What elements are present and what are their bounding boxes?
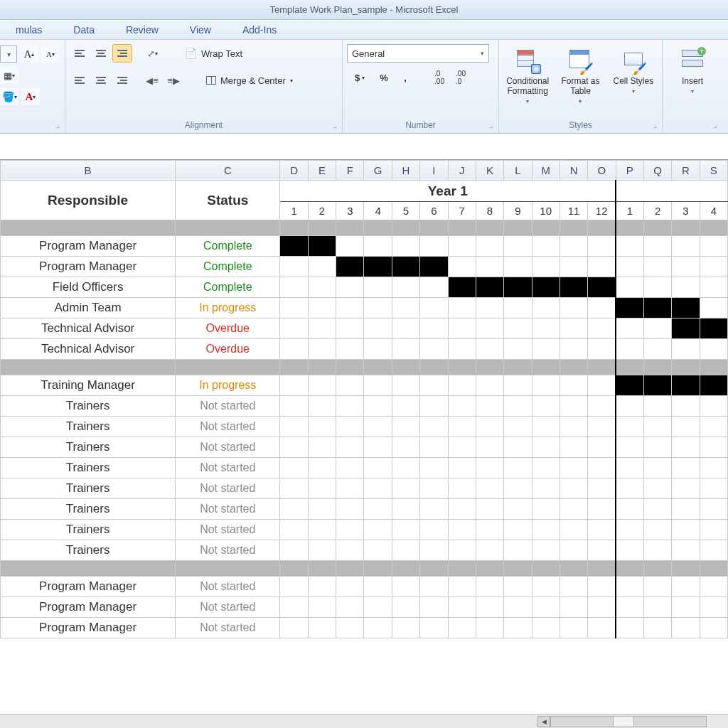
gantt-cell[interactable]: [700, 437, 727, 458]
column-header-g[interactable]: G: [364, 161, 392, 181]
gantt-cell[interactable]: [308, 478, 336, 499]
gantt-cell[interactable]: [364, 318, 392, 339]
column-header-p[interactable]: P: [616, 161, 643, 181]
responsible-cell[interactable]: Admin Team: [1, 298, 176, 318]
gantt-cell[interactable]: [588, 520, 616, 540]
gantt-cell[interactable]: [504, 577, 532, 597]
gantt-cell[interactable]: [504, 257, 532, 277]
align-top-button[interactable]: [70, 44, 90, 63]
gantt-cell[interactable]: [504, 437, 532, 458]
gantt-cell[interactable]: [476, 236, 503, 257]
gantt-cell[interactable]: [336, 540, 364, 561]
table-row[interactable]: TrainersNot started: [1, 396, 728, 417]
column-header-row[interactable]: B C D E F G H I J K L M N O P Q R S: [1, 161, 728, 181]
gantt-cell[interactable]: [504, 597, 532, 618]
gantt-cell[interactable]: [392, 298, 419, 318]
gantt-cell[interactable]: [420, 339, 448, 360]
gantt-cell[interactable]: [420, 577, 448, 597]
gantt-cell[interactable]: [476, 478, 503, 499]
table-row[interactable]: TrainersNot started: [1, 437, 728, 458]
ribbon-tab-data[interactable]: Data: [58, 20, 110, 40]
table-row[interactable]: Field OfficersComplete: [1, 277, 728, 298]
table-row[interactable]: Program ManagerNot started: [1, 577, 728, 597]
gantt-cell[interactable]: [308, 618, 336, 638]
gantt-cell[interactable]: [643, 236, 671, 257]
gantt-cell[interactable]: [364, 577, 392, 597]
gantt-cell[interactable]: [420, 298, 448, 318]
status-cell[interactable]: Not started: [176, 478, 280, 499]
table-row[interactable]: Program ManagerComplete: [1, 257, 728, 277]
align-bottom-button[interactable]: [112, 44, 132, 63]
gantt-cell[interactable]: [308, 540, 336, 561]
gantt-cell[interactable]: [280, 577, 308, 597]
month-cell[interactable]: 4: [700, 202, 727, 220]
align-right-button[interactable]: [112, 71, 132, 90]
gantt-cell[interactable]: [308, 396, 336, 417]
month-cell[interactable]: 2: [643, 202, 671, 220]
gantt-cell[interactable]: [588, 540, 616, 561]
gantt-cell[interactable]: [280, 257, 308, 277]
gantt-cell[interactable]: [504, 417, 532, 437]
gantt-cell[interactable]: [336, 236, 364, 257]
gantt-cell[interactable]: [672, 618, 700, 638]
gantt-cell[interactable]: [336, 417, 364, 437]
month-cell[interactable]: 9: [504, 202, 532, 220]
gantt-cell[interactable]: [532, 396, 560, 417]
month-cell[interactable]: 6: [420, 202, 448, 220]
gantt-cell[interactable]: [532, 597, 560, 618]
gantt-cell[interactable]: [448, 478, 476, 499]
table-row[interactable]: TrainersNot started: [1, 478, 728, 499]
gantt-cell[interactable]: [420, 499, 448, 520]
gantt-cell[interactable]: [532, 236, 560, 257]
scroll-thumb[interactable]: [613, 717, 634, 727]
gantt-cell[interactable]: [280, 597, 308, 618]
orientation-button[interactable]: ⤢▾: [142, 44, 162, 63]
gantt-cell[interactable]: [643, 618, 671, 638]
gantt-cell[interactable]: [364, 520, 392, 540]
font-size-dropdown[interactable]: ▾: [0, 46, 17, 63]
gantt-cell[interactable]: [476, 375, 503, 396]
increase-decimal-button[interactable]: .0.00: [429, 68, 449, 87]
gantt-cell[interactable]: [448, 318, 476, 339]
gantt-cell[interactable]: [280, 520, 308, 540]
gantt-cell[interactable]: [672, 375, 700, 396]
status-cell[interactable]: In progress: [176, 298, 280, 318]
column-header-j[interactable]: J: [448, 161, 476, 181]
gantt-cell[interactable]: [364, 298, 392, 318]
responsible-cell[interactable]: Trainers: [1, 396, 176, 417]
gantt-cell[interactable]: [448, 339, 476, 360]
gantt-cell[interactable]: [588, 277, 616, 298]
column-header-n[interactable]: N: [560, 161, 587, 181]
gantt-cell[interactable]: [560, 236, 587, 257]
status-cell[interactable]: Not started: [176, 499, 280, 520]
gantt-cell[interactable]: [560, 618, 587, 638]
gantt-cell[interactable]: [560, 458, 587, 478]
gantt-cell[interactable]: [364, 540, 392, 561]
column-header-s[interactable]: S: [700, 161, 727, 181]
gantt-cell[interactable]: [392, 540, 419, 561]
gantt-cell[interactable]: [392, 520, 419, 540]
gantt-cell[interactable]: [616, 298, 643, 318]
gantt-cell[interactable]: [336, 298, 364, 318]
gantt-cell[interactable]: [672, 417, 700, 437]
status-cell[interactable]: Not started: [176, 618, 280, 638]
gantt-cell[interactable]: [476, 540, 503, 561]
gantt-cell[interactable]: [560, 597, 587, 618]
gantt-cell[interactable]: [336, 318, 364, 339]
gantt-cell[interactable]: [672, 236, 700, 257]
gantt-cell[interactable]: [392, 375, 419, 396]
gantt-cell[interactable]: [700, 597, 727, 618]
gantt-cell[interactable]: [476, 458, 503, 478]
column-header-m[interactable]: M: [532, 161, 560, 181]
gantt-cell[interactable]: [336, 375, 364, 396]
gantt-cell[interactable]: [643, 458, 671, 478]
gantt-cell[interactable]: [476, 499, 503, 520]
gantt-cell[interactable]: [700, 298, 727, 318]
gantt-cell[interactable]: [560, 499, 587, 520]
gantt-cell[interactable]: [616, 277, 643, 298]
column-header-c[interactable]: C: [176, 161, 280, 181]
gantt-cell[interactable]: [672, 318, 700, 339]
table-row[interactable]: Program ManagerComplete: [1, 236, 728, 257]
gantt-cell[interactable]: [420, 318, 448, 339]
gantt-cell[interactable]: [672, 396, 700, 417]
